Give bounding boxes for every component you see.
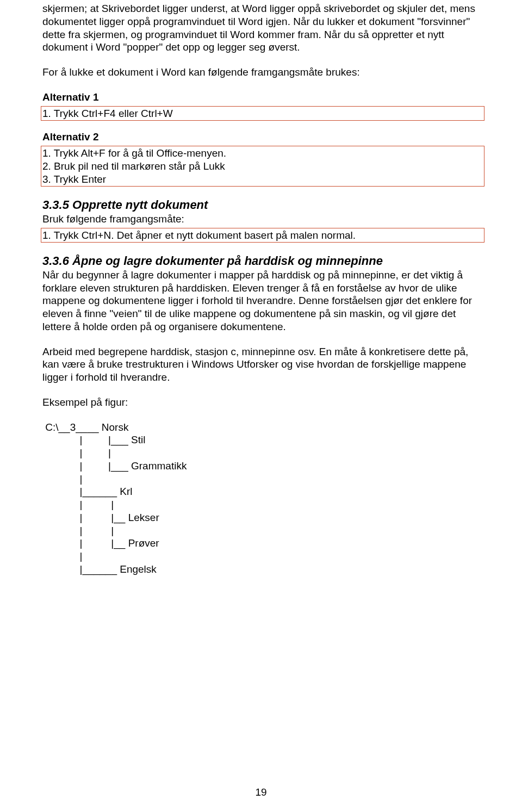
body-text: For å lukke et dokument i Word kan følge…: [42, 66, 360, 78]
document-page: skjermen; at Skrivebordet ligger underst…: [0, 0, 522, 812]
intro-paragraph-2: For å lukke et dokument i Word kan følge…: [42, 66, 483, 79]
section-335-intro: Bruk følgende framgangsmåte:: [42, 213, 483, 226]
alt1-step-1: 1. Trykk Ctrl+F4 eller Ctrl+W: [42, 107, 483, 120]
page-number: 19: [0, 786, 522, 799]
section-335-heading: 3.3.5 Opprette nytt dokument: [42, 197, 483, 213]
sec335-step-1: 1. Trykk Ctrl+N. Det åpner et nytt dokum…: [42, 229, 483, 242]
section-336-p1: Når du begynner å lagre dokumenter i map…: [42, 269, 472, 332]
highlight-box-alt1: 1. Trykk Ctrl+F4 eller Ctrl+W: [41, 106, 484, 121]
highlight-box-335: 1. Trykk Ctrl+N. Det åpner et nytt dokum…: [41, 228, 484, 243]
section-336: 3.3.6 Åpne og lagre dokumenter på harddi…: [42, 253, 483, 408]
body-text: skjermen; at Skrivebordet ligger underst…: [42, 3, 475, 53]
alternative-1-heading: Alternativ 1: [42, 91, 483, 104]
section-335: 3.3.5 Opprette nytt dokument Bruk følgen…: [42, 197, 483, 243]
section-336-p3: Eksempel på figur:: [42, 396, 128, 408]
section-336-heading: 3.3.6 Åpne og lagre dokumenter på harddi…: [42, 253, 483, 269]
section-336-p2: Arbeid med begrepene harddisk, stasjon c…: [42, 346, 468, 383]
intro-paragraph-1: skjermen; at Skrivebordet ligger underst…: [42, 2, 483, 54]
alt2-step-3: 3. Trykk Enter: [42, 173, 483, 186]
alt2-step-2: 2. Bruk pil ned til markøren står på Luk…: [42, 160, 483, 173]
highlight-box-alt2: 1. Trykk Alt+F for å gå til Office-menye…: [41, 146, 484, 187]
folder-tree-figure: C:\__3____ Norsk | |___ Stil | | | |___ …: [42, 421, 483, 576]
alt2-step-1: 1. Trykk Alt+F for å gå til Office-menye…: [42, 147, 483, 160]
alternative-2-heading: Alternativ 2: [42, 131, 483, 144]
